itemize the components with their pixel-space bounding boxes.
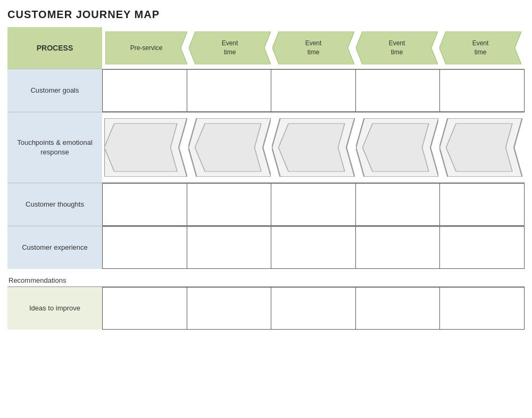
recommendations-row: Recommendations xyxy=(7,273,525,287)
process-step-arrow: Event time xyxy=(356,31,438,64)
customer-thoughts-row: Customer thoughts xyxy=(7,183,525,226)
svg-marker-8 xyxy=(195,124,261,171)
table-row[interactable] xyxy=(440,69,525,112)
ideas-label: Ideas to improve xyxy=(7,287,102,330)
process-label: PROCESS xyxy=(7,27,102,69)
touchpoints-label: Touchpoints & emotional response xyxy=(7,112,102,183)
svg-marker-14 xyxy=(446,124,512,171)
table-row[interactable] xyxy=(187,287,272,330)
table-row[interactable] xyxy=(440,226,525,269)
svg-marker-6 xyxy=(104,124,177,171)
process-step-arrow: Pre-service xyxy=(105,31,187,64)
recommendations-label: Recommendations xyxy=(9,276,66,284)
table-row[interactable] xyxy=(271,69,356,112)
touchpoint-arrow xyxy=(439,118,522,177)
process-arrows: Pre-serviceEvent timeEvent timeEvent tim… xyxy=(102,27,525,69)
table-row[interactable] xyxy=(102,69,187,112)
svg-marker-12 xyxy=(362,124,428,171)
process-step-label: Pre-service xyxy=(125,44,168,53)
table-row[interactable] xyxy=(271,183,356,226)
touchpoint-arrow xyxy=(188,118,271,177)
ideas-cells xyxy=(102,287,525,330)
process-step-label: Event time xyxy=(217,39,244,57)
table-row[interactable] xyxy=(356,287,440,330)
customer-experience-cells xyxy=(102,226,525,269)
process-step-arrow: Event time xyxy=(439,31,521,64)
table-row[interactable] xyxy=(356,226,440,269)
svg-marker-10 xyxy=(279,124,345,171)
touchpoint-arrow xyxy=(356,118,439,177)
touchpoints-arrows xyxy=(102,112,525,183)
customer-experience-label: Customer experience xyxy=(7,226,102,269)
touchpoints-row: Touchpoints & emotional response xyxy=(7,112,525,183)
table-row[interactable] xyxy=(356,69,440,112)
ideas-row: Ideas to improve xyxy=(7,287,525,330)
customer-experience-row: Customer experience xyxy=(7,226,525,269)
table-row[interactable] xyxy=(440,183,525,226)
customer-thoughts-label: Customer thoughts xyxy=(7,183,102,226)
table-row[interactable] xyxy=(102,287,187,330)
process-step-label: Event time xyxy=(467,39,494,57)
table-row[interactable] xyxy=(102,226,187,269)
table-row[interactable] xyxy=(356,183,440,226)
touchpoint-arrow xyxy=(272,118,355,177)
table-row[interactable] xyxy=(187,183,272,226)
customer-goals-cells xyxy=(102,69,525,112)
process-step-arrow: Event time xyxy=(272,31,354,64)
touchpoint-arrow xyxy=(104,118,187,177)
customer-goals-label: Customer goals xyxy=(7,69,102,112)
process-row: PROCESS Pre-serviceEvent timeEvent timeE… xyxy=(7,27,525,69)
table-row[interactable] xyxy=(271,226,356,269)
process-step-label: Event time xyxy=(384,39,411,57)
process-step-label: Event time xyxy=(300,39,327,57)
customer-goals-row: Customer goals xyxy=(7,69,525,112)
table-row[interactable] xyxy=(102,183,187,226)
journey-map: PROCESS Pre-serviceEvent timeEvent timeE… xyxy=(7,27,525,330)
customer-thoughts-cells xyxy=(102,183,525,226)
table-row[interactable] xyxy=(440,287,525,330)
process-step-arrow: Event time xyxy=(189,31,271,64)
page-title: CUSTOMER JOURNEY MAP xyxy=(7,9,525,21)
table-row[interactable] xyxy=(187,226,272,269)
table-row[interactable] xyxy=(187,69,272,112)
table-row[interactable] xyxy=(271,287,356,330)
